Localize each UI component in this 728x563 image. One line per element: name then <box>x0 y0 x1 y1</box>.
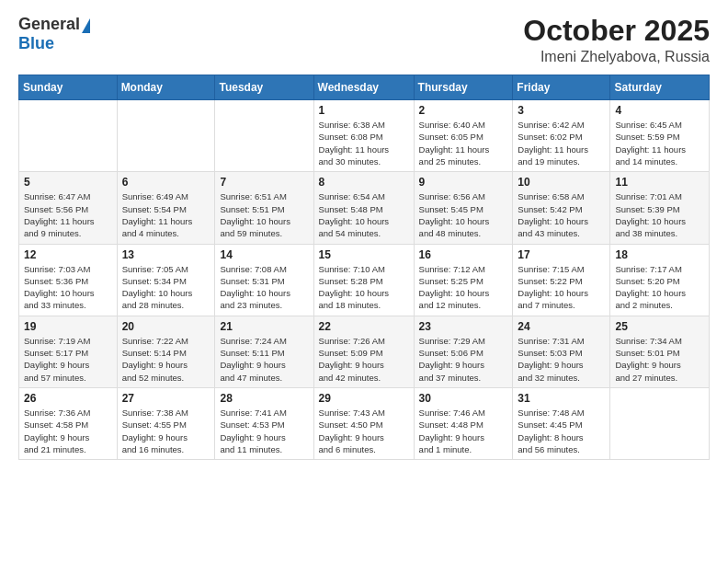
table-row: 21Sunrise: 7:24 AMSunset: 5:11 PMDayligh… <box>215 316 313 387</box>
day-info: Sunrise: 6:42 AMSunset: 6:02 PMDaylight:… <box>518 119 605 167</box>
logo: General Blue <box>18 15 90 53</box>
day-number: 25 <box>615 320 704 333</box>
table-row: 31Sunrise: 7:48 AMSunset: 4:45 PMDayligh… <box>513 387 610 459</box>
day-number: 26 <box>24 392 112 405</box>
table-row: 20Sunrise: 7:22 AMSunset: 5:14 PMDayligh… <box>117 316 215 387</box>
col-saturday: Saturday <box>610 75 710 100</box>
table-row: 26Sunrise: 7:36 AMSunset: 4:58 PMDayligh… <box>19 387 118 459</box>
page-title: October 2025 <box>523 15 710 47</box>
day-info: Sunrise: 7:19 AMSunset: 5:17 PMDaylight:… <box>24 335 112 384</box>
table-row: 28Sunrise: 7:41 AMSunset: 4:53 PMDayligh… <box>215 387 313 459</box>
table-row <box>117 100 215 172</box>
table-row: 17Sunrise: 7:15 AMSunset: 5:22 PMDayligh… <box>513 244 610 316</box>
table-row: 16Sunrise: 7:12 AMSunset: 5:25 PMDayligh… <box>414 244 513 316</box>
day-info: Sunrise: 7:26 AMSunset: 5:09 PMDaylight:… <box>319 335 409 384</box>
day-number: 21 <box>220 320 308 333</box>
calendar-week-row: 26Sunrise: 7:36 AMSunset: 4:58 PMDayligh… <box>19 387 710 459</box>
page: General Blue October 2025 Imeni Zhelyabo… <box>0 0 728 563</box>
day-info: Sunrise: 7:31 AMSunset: 5:03 PMDaylight:… <box>518 335 605 384</box>
table-row: 27Sunrise: 7:38 AMSunset: 4:55 PMDayligh… <box>117 387 215 459</box>
table-row: 19Sunrise: 7:19 AMSunset: 5:17 PMDayligh… <box>19 316 118 387</box>
day-info: Sunrise: 6:58 AMSunset: 5:42 PMDaylight:… <box>518 190 605 239</box>
day-info: Sunrise: 7:46 AMSunset: 4:48 PMDaylight:… <box>419 407 508 455</box>
day-info: Sunrise: 6:54 AMSunset: 5:48 PMDaylight:… <box>319 190 409 239</box>
day-info: Sunrise: 7:03 AMSunset: 5:36 PMDaylight:… <box>24 263 112 312</box>
table-row: 5Sunrise: 6:47 AMSunset: 5:56 PMDaylight… <box>19 172 118 244</box>
day-number: 16 <box>419 248 508 261</box>
day-number: 5 <box>24 176 112 189</box>
table-row <box>215 100 313 172</box>
day-number: 31 <box>518 392 605 405</box>
table-row: 29Sunrise: 7:43 AMSunset: 4:50 PMDayligh… <box>313 387 414 459</box>
table-row: 13Sunrise: 7:05 AMSunset: 5:34 PMDayligh… <box>117 244 215 316</box>
day-number: 7 <box>220 176 308 189</box>
page-subtitle: Imeni Zhelyabova, Russia <box>523 49 710 65</box>
table-row: 18Sunrise: 7:17 AMSunset: 5:20 PMDayligh… <box>610 244 710 316</box>
day-number: 14 <box>220 248 308 261</box>
day-number: 23 <box>419 320 508 333</box>
table-row: 1Sunrise: 6:38 AMSunset: 6:08 PMDaylight… <box>313 100 414 172</box>
day-info: Sunrise: 7:48 AMSunset: 4:45 PMDaylight:… <box>518 407 605 455</box>
day-number: 22 <box>319 320 409 333</box>
day-number: 17 <box>518 248 605 261</box>
day-info: Sunrise: 6:45 AMSunset: 5:59 PMDaylight:… <box>615 119 704 167</box>
day-number: 19 <box>24 320 112 333</box>
day-number: 30 <box>419 392 508 405</box>
table-row: 4Sunrise: 6:45 AMSunset: 5:59 PMDaylight… <box>610 100 710 172</box>
table-row: 10Sunrise: 6:58 AMSunset: 5:42 PMDayligh… <box>513 172 610 244</box>
calendar: Sunday Monday Tuesday Wednesday Thursday… <box>18 75 710 460</box>
day-info: Sunrise: 7:17 AMSunset: 5:20 PMDaylight:… <box>615 263 704 312</box>
header: General Blue October 2025 Imeni Zhelyabo… <box>18 15 710 65</box>
table-row: 23Sunrise: 7:29 AMSunset: 5:06 PMDayligh… <box>414 316 513 387</box>
col-sunday: Sunday <box>19 75 118 100</box>
calendar-week-row: 12Sunrise: 7:03 AMSunset: 5:36 PMDayligh… <box>19 244 710 316</box>
day-info: Sunrise: 7:34 AMSunset: 5:01 PMDaylight:… <box>615 335 704 384</box>
day-number: 6 <box>122 176 210 189</box>
table-row: 30Sunrise: 7:46 AMSunset: 4:48 PMDayligh… <box>414 387 513 459</box>
calendar-week-row: 1Sunrise: 6:38 AMSunset: 6:08 PMDaylight… <box>19 100 710 172</box>
day-info: Sunrise: 7:22 AMSunset: 5:14 PMDaylight:… <box>122 335 210 384</box>
day-number: 13 <box>122 248 210 261</box>
table-row: 12Sunrise: 7:03 AMSunset: 5:36 PMDayligh… <box>19 244 118 316</box>
calendar-header-row: Sunday Monday Tuesday Wednesday Thursday… <box>19 75 710 100</box>
logo-general: General <box>18 15 80 34</box>
day-number: 9 <box>419 176 508 189</box>
day-info: Sunrise: 7:36 AMSunset: 4:58 PMDaylight:… <box>24 407 112 455</box>
table-row: 25Sunrise: 7:34 AMSunset: 5:01 PMDayligh… <box>610 316 710 387</box>
col-thursday: Thursday <box>414 75 513 100</box>
table-row: 9Sunrise: 6:56 AMSunset: 5:45 PMDaylight… <box>414 172 513 244</box>
col-friday: Friday <box>513 75 610 100</box>
table-row: 11Sunrise: 7:01 AMSunset: 5:39 PMDayligh… <box>610 172 710 244</box>
day-info: Sunrise: 6:38 AMSunset: 6:08 PMDaylight:… <box>319 119 409 167</box>
day-number: 24 <box>518 320 605 333</box>
day-number: 1 <box>319 104 409 117</box>
day-number: 28 <box>220 392 308 405</box>
calendar-week-row: 5Sunrise: 6:47 AMSunset: 5:56 PMDaylight… <box>19 172 710 244</box>
table-row: 3Sunrise: 6:42 AMSunset: 6:02 PMDaylight… <box>513 100 610 172</box>
table-row: 14Sunrise: 7:08 AMSunset: 5:31 PMDayligh… <box>215 244 313 316</box>
table-row <box>610 387 710 459</box>
title-block: October 2025 Imeni Zhelyabova, Russia <box>523 15 710 65</box>
table-row: 24Sunrise: 7:31 AMSunset: 5:03 PMDayligh… <box>513 316 610 387</box>
table-row: 6Sunrise: 6:49 AMSunset: 5:54 PMDaylight… <box>117 172 215 244</box>
day-info: Sunrise: 7:10 AMSunset: 5:28 PMDaylight:… <box>319 263 409 312</box>
day-number: 18 <box>615 248 704 261</box>
day-info: Sunrise: 7:43 AMSunset: 4:50 PMDaylight:… <box>319 407 409 455</box>
day-info: Sunrise: 6:51 AMSunset: 5:51 PMDaylight:… <box>220 190 308 239</box>
table-row: 22Sunrise: 7:26 AMSunset: 5:09 PMDayligh… <box>313 316 414 387</box>
table-row: 7Sunrise: 6:51 AMSunset: 5:51 PMDaylight… <box>215 172 313 244</box>
day-info: Sunrise: 7:41 AMSunset: 4:53 PMDaylight:… <box>220 407 308 455</box>
table-row: 2Sunrise: 6:40 AMSunset: 6:05 PMDaylight… <box>414 100 513 172</box>
day-info: Sunrise: 6:49 AMSunset: 5:54 PMDaylight:… <box>122 190 210 239</box>
day-info: Sunrise: 6:56 AMSunset: 5:45 PMDaylight:… <box>419 190 508 239</box>
day-info: Sunrise: 6:40 AMSunset: 6:05 PMDaylight:… <box>419 119 508 167</box>
day-info: Sunrise: 7:12 AMSunset: 5:25 PMDaylight:… <box>419 263 508 312</box>
day-number: 15 <box>319 248 409 261</box>
day-number: 12 <box>24 248 112 261</box>
day-number: 10 <box>518 176 605 189</box>
table-row: 15Sunrise: 7:10 AMSunset: 5:28 PMDayligh… <box>313 244 414 316</box>
day-number: 27 <box>122 392 210 405</box>
day-info: Sunrise: 7:05 AMSunset: 5:34 PMDaylight:… <box>122 263 210 312</box>
logo-blue: Blue <box>18 34 54 52</box>
calendar-week-row: 19Sunrise: 7:19 AMSunset: 5:17 PMDayligh… <box>19 316 710 387</box>
